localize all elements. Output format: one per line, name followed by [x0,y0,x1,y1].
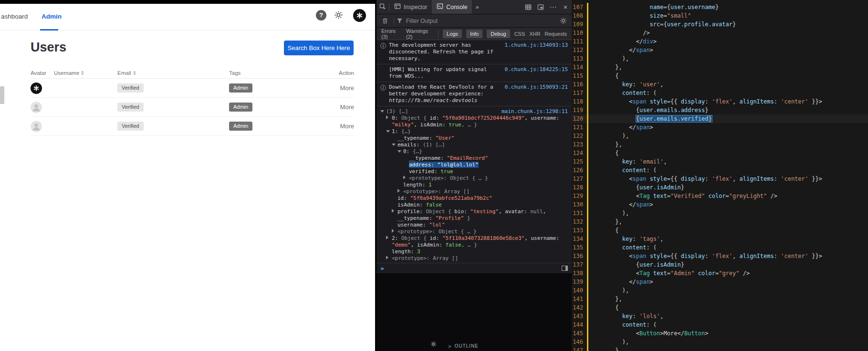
responsive-design-icon[interactable] [522,0,534,14]
editor-line[interactable]: 116 key: 'user', [572,80,868,89]
editor-line[interactable]: 129 <Tag text="Verified" color="greyLigh… [572,192,868,200]
filter-css[interactable]: CSS [514,31,525,37]
more-button[interactable]: More [340,84,354,92]
log-tree-row[interactable]: 1: {…} [376,128,572,135]
more-button[interactable]: More [340,123,354,130]
editor-line[interactable]: 123 }, [572,140,868,149]
console-settings-gear-icon[interactable] [557,14,569,27]
search-box-button[interactable]: Search Box Here Here [284,41,354,55]
editor-line[interactable]: 132 }, [572,217,868,226]
editor-line[interactable]: 122 ), [572,132,868,140]
editor-line[interactable]: 115 { [572,72,868,80]
multiline-editor-icon[interactable] [562,266,568,271]
help-icon[interactable]: ? [316,10,326,21]
editor-line[interactable]: 135 content: ( [572,243,868,252]
column-header-username[interactable]: Username [54,70,117,76]
editor-line[interactable]: 137 {user.isAdmin} [572,260,868,269]
log-tree-row[interactable]: verified: true [376,168,572,175]
log-tree-row[interactable]: username: "lol" [376,222,572,228]
console-input-row[interactable]: » [376,263,572,273]
editor-line[interactable]: 127 <span style={{ display: 'flex', alig… [572,175,868,183]
editor-line[interactable]: 136 <span style={{ display: 'flex', alig… [572,252,868,260]
log-tree-row[interactable]: __typename: "EmailRecord" [376,155,572,162]
log-tree-row[interactable]: isAdmin: false [376,202,572,208]
more-button[interactable]: More [340,103,354,111]
filter-info[interactable]: Info [466,30,482,38]
settings-gear-icon[interactable] [334,10,345,21]
tab-admin[interactable]: Admin [42,13,62,20]
filter-xhr[interactable]: XHR [529,31,540,37]
caret-down-icon[interactable] [392,144,396,146]
editor-line[interactable]: 118 <span style={{ display: 'flex', alig… [572,97,868,106]
editor-line[interactable]: 111 </div> [572,37,868,46]
log-tree-row[interactable]: profile: Object { bio: "testing", avatar… [376,208,572,222]
log-tree-row[interactable]: 2: Object { id: "5f110a340732881860e58ce… [376,235,572,248]
meatball-menu-icon[interactable]: ⋯ [547,0,559,14]
caret-right-icon[interactable] [403,176,406,179]
editor-line[interactable]: 114 }, [572,63,868,72]
editor-line[interactable]: 113 ), [572,54,868,63]
editor-line[interactable]: 140 ), [572,286,868,295]
log-tree-row[interactable]: length: 3 [376,248,572,255]
caret-right-icon[interactable] [386,115,388,119]
manage-gear-icon[interactable] [430,341,437,349]
log-tree-row[interactable]: __typename: "User" [376,135,572,142]
source-link[interactable]: 0.chunk.js:159093:21 [505,84,568,104]
log-tree-row[interactable]: <prototype>: Array [] [376,188,572,195]
editor-line[interactable]: 138 <Tag text="Admin" color="grey" /> [572,269,868,278]
caret-right-icon[interactable] [386,236,388,239]
editor-line[interactable]: 133 { [572,226,868,235]
log-tree-row[interactable]: 0: Object { id: "5f0a901bdcf725204446c94… [376,115,572,128]
editor-line[interactable]: 117 content: ( [572,89,868,97]
code-editor-panel[interactable]: 107 name={user.username}108 size="small"… [572,0,868,351]
column-header-email[interactable]: Email [117,70,229,76]
editor-line[interactable]: 121 </span> [572,123,868,132]
sort-icon[interactable] [81,71,84,75]
log-tree-row[interactable]: length: 1 [376,182,572,188]
tab-inspector[interactable]: Inspector [389,0,432,14]
caret-down-icon[interactable] [397,150,401,153]
editor-line[interactable]: 145 <Button>More</Button> [572,329,868,338]
filter-output-input[interactable] [405,17,554,25]
editor-line[interactable]: 147 }, [572,346,868,351]
editor-line[interactable]: 124 { [572,149,868,157]
log-tree-row[interactable]: emails: (1) […] [376,142,572,148]
tab-dashboard[interactable]: ashboard [1,13,28,20]
editor-line[interactable]: 108 size="small" [572,11,868,20]
caret-right-icon[interactable] [397,189,400,193]
caret-down-icon[interactable] [386,130,390,133]
editor-line[interactable]: 125 key: 'email', [572,157,868,166]
source-link[interactable]: main.chunk.js:1298:11 [502,108,568,115]
editor-line[interactable]: 110 /> [572,29,868,37]
filter-errors-3[interactable]: Errors (3) [381,28,402,40]
editor-line[interactable]: 134 key: 'tags', [572,235,868,243]
editor-line[interactable]: 144 content: ( [572,320,868,329]
log-tree-row[interactable]: address: "lol@lol.lol" [376,162,572,168]
log-tree-row[interactable]: id: "5f0a9439abfce521aba79b2c" [376,195,572,202]
editor-line[interactable]: 126 content: ( [572,166,868,175]
editor-line[interactable]: 107 name={user.username} [572,3,868,11]
source-link[interactable]: 0.chunk.js:184225:15 [505,66,568,80]
editor-line[interactable]: 131 ), [572,209,868,217]
user-avatar[interactable] [353,9,366,22]
editor-line[interactable]: 130 </span> [572,200,868,209]
more-tabs-icon[interactable]: » [472,3,482,10]
outline-section-header[interactable]: > OUTLINE [448,343,479,349]
editor-line[interactable]: 146 ), [572,338,868,346]
editor-line[interactable]: 139 </span> [572,278,868,286]
editor-line[interactable]: 109 src={user.profile.avatar} [572,20,868,29]
log-tree-row[interactable]: <prototype>: Object { … } [376,228,572,235]
tab-console[interactable]: Console [432,0,472,14]
caret-right-icon[interactable] [392,229,394,233]
filter-debug[interactable]: Debug [487,30,510,38]
multi-window-icon[interactable] [534,0,547,14]
editor-line[interactable]: 112 </span> [572,46,868,54]
log-tree-row[interactable]: main.chunk.js:1298:11(3) […] [376,108,572,115]
editor-line[interactable]: 142 { [572,303,868,312]
scrollbar-thumb[interactable] [0,86,4,104]
filter-warnings-2[interactable]: Warnings (2) [406,28,434,40]
log-tree-row[interactable]: <prototype>: Object { … } [376,175,572,182]
editor-line[interactable]: 119 {user.emails.address} [572,106,868,114]
editor-line[interactable]: 141 }, [572,295,868,303]
caret-down-icon[interactable] [380,110,384,113]
